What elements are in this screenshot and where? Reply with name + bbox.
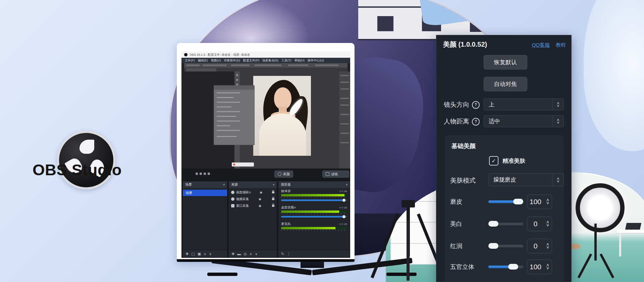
qq-support-link[interactable]: QQ客服 bbox=[532, 42, 550, 48]
visibility-eye-icon[interactable]: ◉ bbox=[259, 204, 269, 207]
mini-toolbar-chip bbox=[232, 162, 254, 167]
beauty-panel-title: 美颜 (1.0.0.52) bbox=[443, 40, 526, 49]
volume-meter bbox=[281, 210, 347, 213]
skin-mode-select[interactable]: 朦胧磨皮 ˄˅ bbox=[488, 173, 564, 186]
background-pale-blob bbox=[584, 0, 644, 151]
autofocus-button[interactable]: 自动对焦 bbox=[484, 77, 527, 91]
lock-icon[interactable] bbox=[272, 191, 274, 193]
portrait-photo bbox=[253, 76, 311, 156]
menu-tools[interactable]: 工具(T) bbox=[281, 58, 291, 63]
smoothing-slider[interactable] bbox=[488, 200, 523, 203]
source-properties-button[interactable]: ◎ bbox=[244, 252, 247, 256]
duplicate-scene-button[interactable]: ▣ bbox=[198, 252, 201, 256]
whitening-slider[interactable] bbox=[488, 223, 523, 225]
scene-item-selected[interactable]: 场景 bbox=[183, 190, 227, 196]
basic-beauty-group: 基础美颜 ✓ 精准美肤 美肤模式 朦胧磨皮 ˄˅ 磨皮 100 ˄˅ 美白 bbox=[445, 135, 564, 282]
rosy-value-box[interactable]: 0 ˄˅ bbox=[527, 239, 552, 253]
precise-skin-checkbox[interactable]: ✓ bbox=[489, 156, 498, 166]
menu-help[interactable]: 帮助(H) bbox=[294, 58, 305, 63]
window-title: OBS 29.1.3 - 配置文件: 未命名 - 场景: 未命名 bbox=[190, 53, 250, 57]
select-spinner-icon[interactable]: ˄˅ bbox=[552, 99, 564, 110]
move-scene-down-button[interactable]: ∨ bbox=[209, 252, 212, 256]
help-icon[interactable]: ? bbox=[472, 101, 480, 109]
visibility-eye-icon[interactable]: ◉ bbox=[259, 197, 269, 201]
mixer-dock-title: 混音器 bbox=[281, 182, 291, 187]
volume-slider[interactable] bbox=[281, 199, 347, 201]
mixer-edit-button[interactable]: ✎ bbox=[281, 252, 284, 256]
lock-icon[interactable] bbox=[272, 198, 274, 200]
collapse-icon[interactable]: ▾ bbox=[273, 183, 274, 186]
collapse-icon[interactable]: ▾ bbox=[223, 183, 225, 186]
add-source-button[interactable]: ✚ bbox=[231, 252, 234, 256]
mixer-menu-button[interactable]: ⋮ bbox=[287, 252, 290, 256]
source-item[interactable]: 窗口采集 ◉ bbox=[229, 203, 277, 209]
db-label: 0.0 dB bbox=[339, 190, 347, 193]
slider-handle[interactable] bbox=[488, 221, 498, 227]
stepper-icon[interactable]: ˄˅ bbox=[544, 264, 552, 270]
select-spinner-icon[interactable]: ˄˅ bbox=[552, 174, 564, 186]
obs-titlebar-logo-icon bbox=[184, 53, 187, 56]
slider-handle[interactable] bbox=[513, 199, 523, 204]
obs-logo-blade bbox=[79, 140, 94, 154]
face-3d-value-box[interactable]: 100 ˄˅ bbox=[527, 260, 552, 274]
whitening-value-box[interactable]: 0 ˄˅ bbox=[527, 217, 552, 231]
db-label: 0.0 dB bbox=[339, 206, 347, 209]
whitening-slider-row: 美白 0 ˄˅ bbox=[445, 217, 564, 231]
menu-scene-collection[interactable]: 场景集合(S) bbox=[262, 58, 278, 63]
ring-light-stand bbox=[594, 224, 597, 261]
restore-defaults-button[interactable]: 恢复默认 bbox=[484, 55, 527, 69]
menu-file[interactable]: 文件(F) bbox=[185, 58, 195, 63]
menu-plugin-center[interactable]: 插件中心(U) bbox=[308, 58, 324, 63]
stepper-icon[interactable]: ˄˅ bbox=[544, 243, 552, 249]
move-source-up-button[interactable]: ∧ bbox=[250, 252, 252, 256]
slider-handle[interactable] bbox=[488, 243, 498, 249]
move-scene-up-button[interactable]: ∧ bbox=[204, 252, 206, 256]
person-distance-select[interactable]: 适中 ˄˅ bbox=[484, 115, 564, 127]
face-3d-slider[interactable] bbox=[488, 266, 523, 268]
volume-slider[interactable] bbox=[281, 216, 347, 218]
visibility-eye-icon[interactable]: ◉ bbox=[260, 191, 269, 194]
collapse-icon[interactable]: ▾ bbox=[346, 183, 347, 186]
menu-edit[interactable]: 编辑(E) bbox=[198, 58, 208, 63]
camera-direction-select[interactable]: 上 ˄˅ bbox=[484, 98, 564, 110]
preview-footer-bar: 美颜 滤镜 bbox=[181, 169, 350, 180]
stepper-icon[interactable]: ˄˅ bbox=[544, 221, 552, 227]
menu-profile[interactable]: 配置文件(P) bbox=[243, 58, 259, 63]
move-source-down-button[interactable]: ∨ bbox=[255, 252, 258, 256]
obs-menubar: 文件(F) 编辑(E) 视图(V) 停靠部件(D) 配置文件(P) 场景集合(S… bbox=[181, 58, 350, 63]
mixer-dock: 混音器 ▾ 媒体源0.0 dB 桌面音频A0.0 dB bbox=[278, 181, 350, 258]
rosy-slider[interactable] bbox=[488, 245, 523, 247]
mixer-channel: 桌面音频A0.0 dB bbox=[281, 205, 347, 218]
remove-scene-button[interactable]: ▢ bbox=[191, 252, 195, 256]
beauty-chip-button[interactable]: 美颜 bbox=[274, 171, 293, 178]
source-item[interactable]: 视频采集 ◉ bbox=[229, 196, 277, 202]
obs-window: OBS 29.1.3 - 配置文件: 未命名 - 场景: 未命名 文件(F) 编… bbox=[181, 52, 350, 258]
stepper-icon[interactable]: ˄˅ bbox=[544, 199, 552, 205]
slider-handle[interactable] bbox=[508, 264, 518, 270]
preview-mini-icons[interactable] bbox=[196, 173, 210, 175]
scenes-dock: 场景 ▾ 场景 ✚ ▢ ▣ ∧ ∨ bbox=[182, 181, 227, 258]
person-distance-label: 人物距离 ? bbox=[444, 117, 480, 126]
filter-chip-button[interactable]: 滤镜 bbox=[322, 171, 349, 178]
add-scene-button[interactable]: ✚ bbox=[185, 252, 189, 256]
tutorial-link[interactable]: 教程 bbox=[556, 42, 566, 48]
remove-source-button[interactable]: ▬ bbox=[237, 252, 241, 256]
obs-titlebar[interactable]: OBS 29.1.3 - 配置文件: 未命名 - 场景: 未命名 bbox=[181, 52, 350, 58]
precise-skin-label: 精准美肤 bbox=[502, 157, 525, 165]
help-icon[interactable]: ? bbox=[472, 118, 480, 126]
studio-desk bbox=[617, 230, 644, 233]
source-item[interactable]: 画面捕获A ◉ bbox=[229, 189, 277, 195]
ring-light-leg bbox=[578, 253, 592, 278]
smoothing-value-box[interactable]: 100 ˄˅ bbox=[527, 194, 552, 209]
camera-direction-label: 镜头方向 ? bbox=[444, 100, 480, 109]
select-spinner-icon[interactable]: ˄˅ bbox=[552, 115, 564, 127]
captured-app-canvas bbox=[240, 72, 339, 169]
menu-docks[interactable]: 停靠部件(D) bbox=[224, 58, 240, 63]
meter-ticks bbox=[281, 230, 347, 231]
smoothing-slider-row: 磨皮 100 ˄˅ bbox=[445, 194, 564, 209]
lock-icon[interactable] bbox=[272, 205, 274, 207]
basic-beauty-title: 基础美颜 bbox=[451, 142, 476, 150]
menu-view[interactable]: 视图(V) bbox=[211, 58, 221, 63]
laptop bbox=[625, 223, 641, 230]
mixer-toolbar: ✎ ⋮ bbox=[278, 250, 350, 257]
